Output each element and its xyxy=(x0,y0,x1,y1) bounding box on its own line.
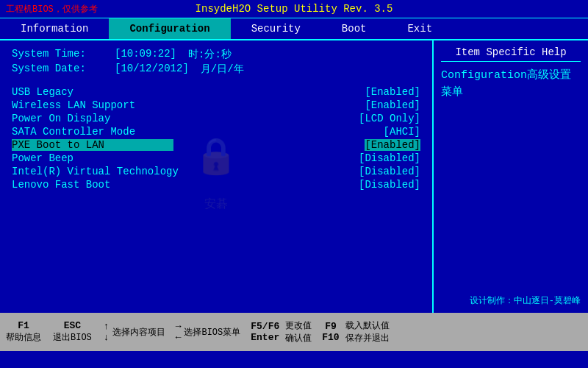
bottom-group-arrows-lr: → ← 选择BIOS菜单 xyxy=(176,321,241,343)
sata-controller-value: [AHCI] xyxy=(384,126,420,138)
system-time-value: [10:09:22] xyxy=(115,48,176,61)
wireless-lan-value: [Enabled] xyxy=(365,99,420,111)
usb-legacy-label: USB Legacy xyxy=(12,86,173,98)
bottom-group-f9f10: F9 F10 载入默认值 保存并退出 xyxy=(322,319,389,344)
arrow-right-key: → xyxy=(176,321,182,332)
config-row-lenovo-fast-boot[interactable]: Lenovo Fast Boot [Disabled] xyxy=(12,179,420,191)
lenovo-fast-boot-label: Lenovo Fast Boot xyxy=(12,179,173,191)
intel-vt-value: [Disabled] xyxy=(359,166,420,177)
tab-information[interactable]: Information xyxy=(0,18,109,39)
esc-label: 退出BIOS xyxy=(53,331,92,344)
help-title: Item Specific Help xyxy=(441,46,581,62)
f5f6-label: 更改值 xyxy=(285,319,312,332)
help-text: Configuration高级设置菜单 xyxy=(441,68,581,101)
config-row-sata-controller[interactable]: SATA Controller Mode [AHCI] xyxy=(12,126,420,138)
tab-exit[interactable]: Exit xyxy=(387,18,453,39)
main-content: 🔒安碁 System Time: [10:09:22] 时:分:秒 System… xyxy=(0,40,588,313)
intel-vt-label: Intel(R) Virtual Technology xyxy=(12,166,179,177)
enter-label: 确认值 xyxy=(285,332,312,344)
enter-key: Enter xyxy=(251,332,279,343)
right-panel: Item Specific Help Configuration高级设置菜单 设… xyxy=(434,40,588,313)
tab-security[interactable]: Security xyxy=(231,18,321,39)
app-title: InsydeH2O Setup Utility Rev. 3.5 xyxy=(196,3,393,15)
bottom-bar: F1 帮助信息 ESC 退出BIOS ↑ ↓ 选择内容项目 → ← 选择BIOS… xyxy=(0,313,588,351)
credit-text: 设计制作：中山逐日-莫碧峰 xyxy=(441,294,581,307)
system-date-value: [10/12/2012] xyxy=(115,63,189,76)
power-beep-value: [Disabled] xyxy=(359,152,420,164)
pxe-boot-label: PXE Boot to LAN xyxy=(12,139,173,151)
power-on-display-label: Power On Display xyxy=(12,113,173,124)
f1-label: 帮助信息 xyxy=(6,331,41,344)
system-date-unit: 月/日/年 xyxy=(201,63,244,76)
config-row-usb-legacy[interactable]: USB Legacy [Enabled] xyxy=(12,86,420,98)
bottom-item-f1: F1 帮助信息 xyxy=(6,320,41,344)
tab-configuration[interactable]: Configuration xyxy=(109,18,230,39)
left-panel: 🔒安碁 System Time: [10:09:22] 时:分:秒 System… xyxy=(0,40,434,313)
config-row-power-beep[interactable]: Power Beep [Disabled] xyxy=(12,152,420,164)
config-row-wireless-lan[interactable]: Wireless LAN Support [Enabled] xyxy=(12,99,420,111)
bottom-item-esc: ESC 退出BIOS xyxy=(53,320,92,344)
f9-key: F9 xyxy=(325,321,337,332)
f9-label: 载入默认值 xyxy=(345,319,390,332)
pxe-boot-value: [Enabled] xyxy=(365,139,420,151)
lenovo-fast-boot-value: [Disabled] xyxy=(359,179,420,191)
system-time-label: System Time: xyxy=(12,48,115,61)
select-bios-label: 选择BIOS菜单 xyxy=(184,326,240,339)
power-on-display-value: [LCD Only] xyxy=(359,113,420,124)
nav-tabs: Information Configuration Security Boot … xyxy=(0,18,588,40)
bottom-group-f5f6: F5/F6 Enter 更改值 确认值 xyxy=(251,319,312,344)
f5f6-key: F5/F6 xyxy=(251,321,279,332)
usb-legacy-value: [Enabled] xyxy=(365,86,420,98)
system-date-label: System Date: xyxy=(12,63,115,76)
system-time-row[interactable]: System Time: [10:09:22] 时:分:秒 xyxy=(12,48,420,61)
f10-label: 保存并退出 xyxy=(345,332,390,344)
top-bar: 工程机BIOS，仅供参考 InsydeH2O Setup Utility Rev… xyxy=(0,0,588,18)
select-item-label: 选择内容项目 xyxy=(112,326,165,339)
esc-key: ESC xyxy=(64,320,81,331)
wireless-lan-label: Wireless LAN Support xyxy=(12,99,173,111)
arrow-down-key: ↓ xyxy=(104,332,110,343)
sata-controller-label: SATA Controller Mode xyxy=(12,126,173,138)
f10-key: F10 xyxy=(322,332,339,343)
arrow-left-key: ← xyxy=(176,332,182,343)
f1-key: F1 xyxy=(18,320,29,331)
tab-boot[interactable]: Boot xyxy=(321,18,387,39)
system-time-unit: 时:分:秒 xyxy=(188,48,232,61)
bottom-group-arrows-ud: ↑ ↓ 选择内容项目 xyxy=(104,321,165,343)
watermark-text: 工程机BIOS，仅供参考 xyxy=(6,3,98,15)
arrow-up-key: ↑ xyxy=(104,321,110,332)
system-date-row[interactable]: System Date: [10/12/2012] 月/日/年 xyxy=(12,63,420,76)
power-beep-label: Power Beep xyxy=(12,152,173,164)
config-row-intel-vt[interactable]: Intel(R) Virtual Technology [Disabled] xyxy=(12,166,420,177)
config-row-pxe-boot[interactable]: PXE Boot to LAN [Enabled] xyxy=(12,139,420,151)
config-row-power-on-display[interactable]: Power On Display [LCD Only] xyxy=(12,113,420,124)
